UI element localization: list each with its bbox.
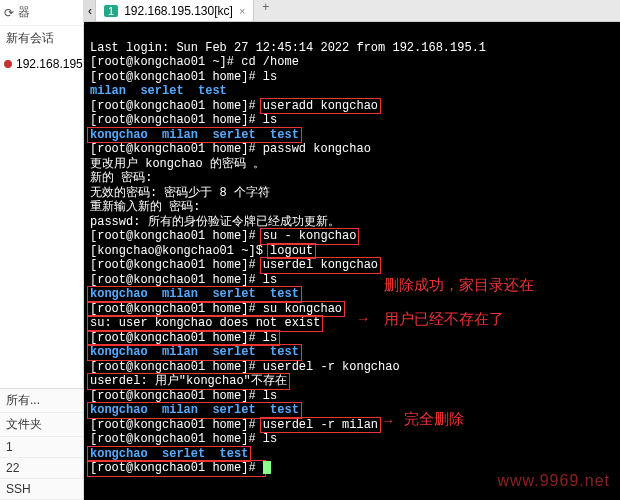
tab-number-badge: 1 [104, 5, 118, 17]
watermark-text: www.9969.net [497, 474, 610, 489]
term-cmd-boxed: userdel kongchao [263, 258, 378, 272]
tab-label: 192.168.195.130[kc] [124, 4, 233, 18]
term-prompt: [root@kongchao01 home]# [90, 229, 263, 243]
filter-ssh[interactable]: SSH [0, 479, 83, 500]
ip-text: 192.168.195. [16, 57, 83, 71]
filter-all[interactable]: 所有... [0, 389, 83, 413]
term-output-boxed: userdel: 用户"kongchao"不存在 [90, 374, 287, 388]
cursor-icon [263, 461, 271, 474]
term-prompt: [root@kongchao01 home]# [90, 142, 263, 156]
tab-bar: ‹ 1 192.168.195.130[kc] × + [84, 0, 620, 22]
term-prompt: [root@kongchao01 home]# [90, 461, 263, 475]
term-prompt: [root@kongchao01 home]# [90, 113, 263, 127]
term-cmd-boxed: logout [270, 244, 313, 258]
filter-folder[interactable]: 文件夹 [0, 413, 83, 437]
term-prompt: [root@kongchao01 home]# [90, 99, 263, 113]
term-cmd-boxed: su - kongchao [263, 229, 357, 243]
arrow-icon: → [359, 312, 367, 327]
term-cmd: ls [263, 432, 277, 446]
term-output-boxed: kongchao milan serlet test [90, 128, 299, 142]
term-output: 新的 密码: [90, 171, 152, 185]
annotation-delete-success: 删除成功，家目录还在 [384, 278, 534, 293]
sidebar-ip-entry[interactable]: 192.168.195. [0, 51, 83, 77]
term-cmd: su kongchao [263, 302, 342, 316]
term-output: 无效的密码: 密码少于 8 个字符 [90, 186, 270, 200]
session-label: 新有会话 [0, 26, 83, 51]
annotation-user-not-exist: 用户已经不存在了 [384, 312, 504, 327]
term-cmd: ls [263, 331, 277, 345]
term-output-boxed: kongchao milan serlet test [90, 403, 299, 417]
term-output: 重新输入新的 密码: [90, 200, 200, 214]
term-prompt: [root@kongchao01 home]# [90, 302, 263, 316]
term-output: 更改用户 kongchao 的密码 。 [90, 157, 265, 171]
term-cmd-boxed: userdel -r milan [263, 418, 378, 432]
sidebar-header-text: 器 [18, 4, 30, 21]
term-prompt: [root@kongchao01 home]# [90, 360, 263, 374]
term-output-boxed: su: user kongchao does not exist [90, 316, 320, 330]
term-cmd: ls [263, 113, 277, 127]
term-cmd: ls [263, 273, 277, 287]
term-cmd: ls [263, 389, 277, 403]
term-prompt: [kongchao@kongchao01 ~]$ [90, 244, 270, 258]
tab-add-button[interactable]: + [254, 0, 277, 21]
term-prompt: [root@kongchao01 home]# [90, 432, 263, 446]
sidebar-bottom-panel: 所有... 文件夹 1 22 SSH [0, 388, 83, 500]
filter-22[interactable]: 22 [0, 458, 83, 479]
tab-active[interactable]: 1 192.168.195.130[kc] × [96, 0, 254, 21]
term-cmd-boxed: useradd kongchao [263, 99, 378, 113]
tab-prev[interactable]: ‹ [84, 0, 96, 21]
term-line: Last login: Sun Feb 27 12:45:14 2022 fro… [90, 41, 486, 55]
term-output-boxed: kongchao milan serlet test [90, 345, 299, 359]
term-cmd: userdel -r kongchao [263, 360, 400, 374]
term-cmd: cd /home [241, 55, 299, 69]
annotation-full-delete: 完全删除 [404, 412, 464, 427]
term-output: passwd: 所有的身份验证令牌已经成功更新。 [90, 215, 340, 229]
term-cmd: ls [263, 70, 277, 84]
close-icon[interactable]: ⟳ [4, 6, 14, 20]
status-dot-icon [4, 60, 12, 68]
filter-1[interactable]: 1 [0, 437, 83, 458]
sidebar: ⟳ 器 新有会话 192.168.195. 所有... 文件夹 1 22 SSH [0, 0, 84, 500]
term-prompt: [root@kongchao01 home]# [90, 258, 263, 272]
main-area: ‹ 1 192.168.195.130[kc] × + Last login: … [84, 0, 620, 500]
term-prompt: [root@kongchao01 home]# [90, 389, 263, 403]
terminal[interactable]: Last login: Sun Feb 27 12:45:14 2022 fro… [84, 22, 620, 500]
term-output: milan serlet test [90, 84, 227, 98]
term-output-boxed: kongchao serlet test [90, 447, 248, 461]
sidebar-header: ⟳ 器 [0, 0, 83, 26]
term-prompt: [root@kongchao01 ~]# [90, 55, 241, 69]
term-prompt: [root@kongchao01 home]# [90, 273, 263, 287]
chevron-left-icon: ‹ [88, 4, 92, 18]
term-prompt: [root@kongchao01 home]# [90, 70, 263, 84]
term-cmd: passwd kongchao [263, 142, 371, 156]
arrow-icon: → [384, 414, 392, 429]
term-prompt: [root@kongchao01 home]# [90, 418, 263, 432]
close-icon[interactable]: × [239, 5, 245, 17]
term-output-boxed: kongchao milan serlet test [90, 287, 299, 301]
term-prompt: [root@kongchao01 home]# [90, 331, 263, 345]
